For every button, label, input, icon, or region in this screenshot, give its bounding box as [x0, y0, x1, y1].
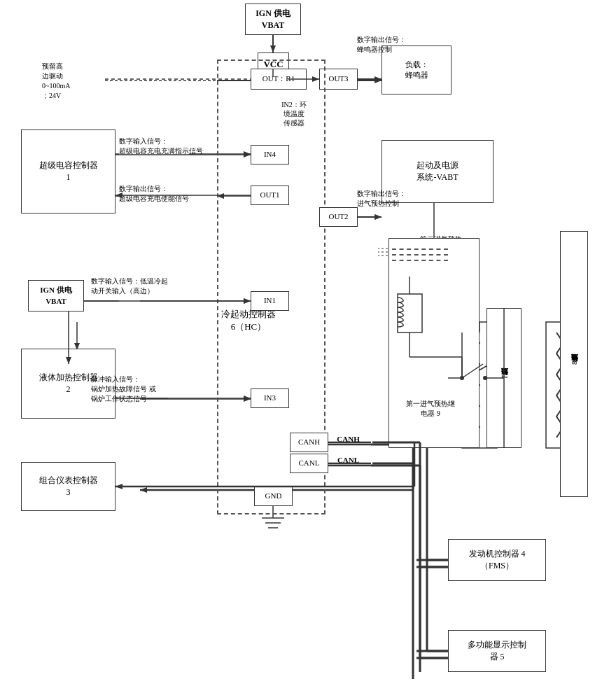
svg-marker-13 [244, 396, 251, 402]
relay1-label: 第一进气预热继电器 9 [392, 399, 469, 419]
svg-marker-66 [244, 298, 251, 304]
engine-ctrl-box: 发动机控制器 4（FMS） [448, 539, 546, 581]
svg-marker-1 [270, 46, 276, 52]
relay-dots-3 [392, 260, 448, 262]
cluster-box: 组合仪表控制器3 [21, 462, 115, 511]
canh-right-label: CANH [329, 434, 368, 444]
svg-marker-15 [374, 214, 382, 220]
heat2-box: 第二进气预热加热丝 8 [560, 231, 588, 497]
ign-top-box: IGN 供电VBAT [245, 4, 301, 35]
svg-marker-73 [374, 214, 382, 220]
ign-left-box: IGN 供电VBAT [28, 280, 84, 312]
heat1-box: 第一进气预热加热丝 7 [486, 308, 522, 448]
svg-marker-11 [244, 298, 251, 304]
out3-port: OUT3 [319, 69, 358, 90]
high-side-label: 预留高边驱动0~100mA；24V [42, 62, 105, 101]
super-cap-box: 超级电容控制器1 [21, 130, 115, 214]
gnd-port: GND [254, 486, 293, 506]
multifunction-box: 多功能显示控制器 5 [448, 630, 546, 672]
digital-in-super-label: 数字输入信号：超级电容充电充满指示信号 [119, 136, 248, 156]
svg-marker-88 [115, 484, 122, 489]
digital-out-intake-label: 数字输出信号：进气预热控制 [357, 189, 448, 209]
canh-port: CANH [290, 433, 328, 452]
out2-port: OUT2 [319, 207, 358, 227]
svg-marker-60 [374, 76, 382, 82]
digital-out-buzzer-label: 数字输出信号：蜂鸣器控制 [357, 35, 448, 55]
canl-port: CANL [290, 454, 328, 473]
svg-marker-58 [312, 76, 319, 82]
relay-dots-2 [392, 254, 448, 256]
diagram: IGN 供电VBAT VCC OUT：R1 预留高边驱动0~100mA；24V … [0, 0, 595, 700]
relay-dots-1 [392, 248, 448, 251]
in1-port: IN1 [251, 291, 289, 311]
svg-marker-27 [140, 487, 147, 493]
svg-marker-5 [374, 78, 382, 83]
out-r1-port: OUT：R1 [251, 69, 307, 90]
digital-out-super-label: 数字输出信号：超级电容充电使能信号 [119, 184, 248, 204]
out1-port: OUT1 [251, 186, 289, 205]
canl-right-label: CANL [329, 455, 368, 465]
digital-in-low-temp-label: 数字输入信号：低温冷起动开关输入（高边） [91, 276, 231, 296]
pulse-in-label: 脉冲输入信号：锅炉加热故障信号 或锅炉工作状态信号 [91, 374, 238, 404]
in3-port: IN3 [251, 388, 289, 408]
ambient-sensor-label: IN2：环境温度传感器 [266, 100, 322, 127]
main-controller-label: 冷起动控制器6（HC） [203, 308, 294, 333]
svg-marker-70 [244, 396, 251, 401]
in4-port: IN4 [251, 145, 289, 164]
